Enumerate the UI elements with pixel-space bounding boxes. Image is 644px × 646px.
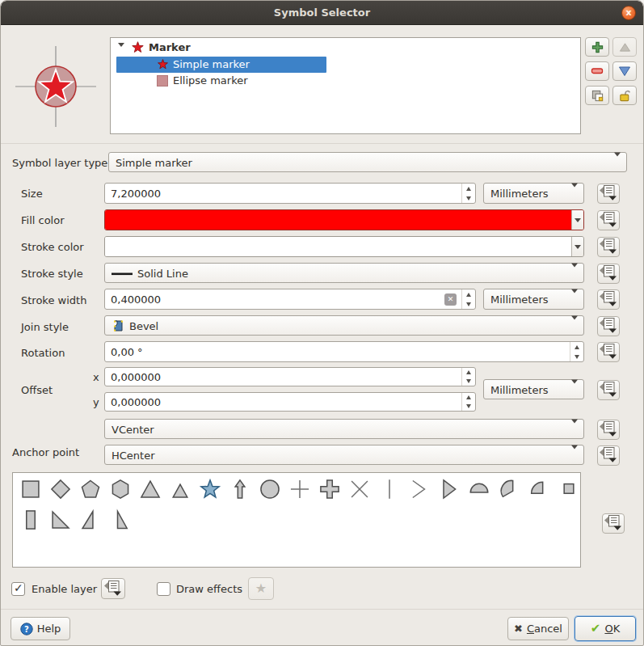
offset-y-spinbox[interactable] (104, 392, 476, 412)
anchor-horizontal-value: HCenter (112, 449, 155, 461)
fill-color-override-button[interactable] (597, 210, 620, 230)
stroke-color-button[interactable] (104, 236, 584, 257)
enable-layer-override-button[interactable] (101, 578, 125, 599)
shape-pentagon[interactable] (78, 478, 103, 500)
rotation-override-button[interactable] (597, 342, 620, 362)
data-defined-override-icon (604, 513, 623, 534)
enable-layer-checkbox[interactable]: ✓ (11, 582, 25, 596)
shape-circle[interactable] (258, 478, 282, 500)
stroke-width-input[interactable] (105, 289, 440, 309)
marker-star-icon (131, 40, 145, 57)
stroke-width-spinbox[interactable]: ✕ (104, 289, 476, 310)
offset-x-input[interactable] (105, 368, 459, 386)
rotation-up-button[interactable] (570, 342, 583, 352)
shape-cross2[interactable] (347, 478, 372, 500)
anchor-vertical-override-button[interactable] (597, 420, 620, 440)
bevel-join-icon (112, 319, 124, 332)
offset-x-down-button[interactable] (462, 377, 475, 386)
anchor-vertical-value: VCenter (112, 423, 154, 435)
fill-color-button[interactable] (104, 209, 584, 230)
stroke-width-unit-combo[interactable]: Millimeters (483, 289, 584, 310)
move-layer-up-button[interactable] (612, 37, 637, 57)
join-style-combo[interactable]: Bevel (104, 315, 584, 336)
fill-color-label: Fill color (21, 214, 65, 226)
shape-left-half-triangle[interactable] (108, 509, 133, 531)
clear-value-icon[interactable]: ✕ (444, 293, 457, 306)
offset-y-down-button[interactable] (462, 402, 475, 411)
size-unit-combo[interactable]: Millimeters (483, 183, 584, 204)
section-divider (1, 143, 643, 144)
lock-color-button[interactable] (612, 86, 637, 105)
shape-square[interactable] (19, 478, 43, 500)
size-override-button[interactable] (597, 184, 620, 204)
stroke-width-down-button[interactable] (462, 299, 475, 309)
shape-semi-circle[interactable] (467, 478, 491, 500)
rotation-spinbox[interactable] (104, 341, 584, 362)
data-defined-override-icon (599, 380, 618, 400)
shape-third-circle[interactable] (497, 478, 521, 500)
anchor-horizontal-override-button[interactable] (597, 445, 620, 466)
rotation-down-button[interactable] (570, 352, 583, 361)
ok-button[interactable]: ✔ OK (575, 616, 636, 641)
cancel-button-label: Cancel (527, 623, 562, 635)
shape-right-half-triangle[interactable] (78, 509, 103, 531)
help-button[interactable]: ? Help (11, 617, 70, 640)
offset-x-up-button[interactable] (462, 368, 475, 377)
chevron-down-icon (571, 423, 578, 435)
stroke-style-combo[interactable]: Solid Line (104, 263, 584, 283)
help-icon: ? (20, 623, 33, 635)
anchor-horizontal-combo[interactable]: HCenter (104, 445, 584, 465)
tree-item-simple-marker[interactable]: Simple marker (173, 58, 250, 70)
shape-diagonal-half-square[interactable] (48, 509, 73, 531)
tree-item-marker[interactable]: Marker (149, 41, 191, 53)
offset-x-spinbox[interactable] (104, 367, 476, 386)
offset-y-input[interactable] (105, 393, 459, 411)
symbol-layer-type-combo[interactable]: Simple marker (108, 152, 627, 172)
shape-cross-fill[interactable] (318, 478, 342, 500)
duplicate-layer-button[interactable] (585, 86, 609, 105)
draw-effects-checkbox[interactable] (157, 582, 170, 596)
anchor-vertical-combo[interactable]: VCenter (104, 419, 584, 439)
offset-unit-combo[interactable]: Millimeters (483, 379, 584, 399)
size-up-button[interactable] (462, 184, 475, 193)
shape-equilateral-triangle[interactable] (168, 478, 192, 500)
shape-override-button[interactable] (602, 513, 625, 534)
shape-filled-arrowhead[interactable] (437, 478, 461, 500)
add-layer-button[interactable] (585, 37, 609, 57)
shape-triangle[interactable] (138, 478, 162, 500)
stroke-width-up-button[interactable] (462, 289, 475, 299)
size-input[interactable] (105, 184, 459, 203)
shape-line[interactable] (377, 478, 402, 500)
stroke-color-override-button[interactable] (597, 237, 620, 257)
shape-quarter-square[interactable] (557, 478, 581, 500)
shape-diamond[interactable] (48, 478, 73, 500)
size-spinbox[interactable] (104, 183, 476, 204)
offset-override-button[interactable] (597, 380, 620, 400)
offset-y-up-button[interactable] (462, 393, 475, 402)
lock-open-icon (618, 89, 632, 103)
fill-color-swatch (105, 210, 571, 230)
data-defined-override-icon (103, 579, 123, 599)
move-layer-down-button[interactable] (612, 61, 637, 81)
effects-button[interactable]: ★ (248, 577, 274, 600)
close-button[interactable]: x (621, 6, 636, 20)
rotation-input[interactable] (105, 342, 567, 361)
stroke-width-override-button[interactable] (597, 289, 620, 310)
cancel-button[interactable]: ✖ Cancel (507, 617, 569, 640)
shape-star[interactable] (198, 478, 222, 500)
join-style-override-button[interactable] (597, 316, 620, 336)
size-down-button[interactable] (462, 193, 475, 203)
shape-arrow[interactable] (228, 478, 252, 500)
x-mark-icon: ✖ (514, 623, 523, 634)
remove-layer-button[interactable] (585, 61, 609, 81)
shape-cross[interactable] (288, 478, 312, 500)
shape-quarter-circle[interactable] (527, 478, 551, 500)
shape-arrowhead[interactable] (407, 478, 431, 500)
shape-half-square[interactable] (19, 509, 43, 531)
symbol-preview (12, 43, 99, 130)
svg-text:?: ? (24, 624, 29, 633)
stroke-style-override-button[interactable] (597, 264, 620, 284)
shape-hexagon[interactable] (108, 478, 133, 500)
tree-item-ellipse-marker[interactable]: Ellipse marker (173, 74, 248, 87)
symbol-layers-tree[interactable]: Marker Simple marker Ellipse marker (110, 37, 581, 134)
